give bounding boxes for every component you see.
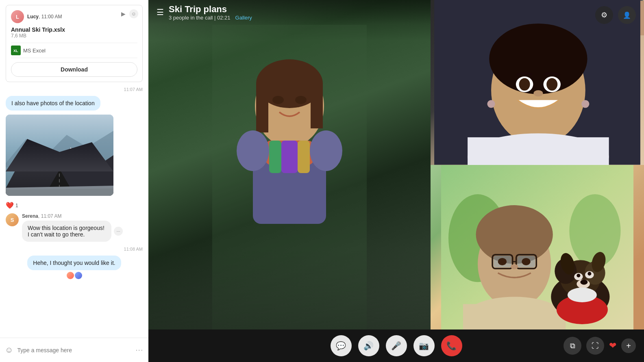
top-right-person: [431, 0, 644, 165]
play-button[interactable]: ▶: [119, 9, 128, 18]
message-options[interactable]: ···: [114, 227, 123, 236]
svg-point-71: [580, 280, 587, 285]
serena-message: S Serena, 11:07 AM Wow this location is …: [6, 213, 143, 242]
svg-point-39: [519, 78, 530, 91]
bottom-right-person: [431, 165, 644, 330]
call-title: Ski Trip plans: [169, 4, 252, 15]
svg-point-57: [498, 258, 507, 265]
message-timestamp: 11:07 AM: [6, 87, 143, 92]
screen-share-icon: ⧉: [570, 342, 575, 350]
location-image[interactable]: [6, 115, 113, 196]
add-person-icon: 👤: [623, 11, 631, 19]
svg-text:XL: XL: [13, 49, 18, 53]
serena-sender-info: Serena, 11:07 AM: [22, 213, 111, 219]
chat-panel: L Lucy, 11:00 AM ▶ ☺ Annual Ski Trip.xsl…: [0, 0, 148, 362]
main-video: ☰ Ski Trip plans 3 people in the call | …: [148, 0, 431, 329]
emoji-button[interactable]: ☺: [5, 345, 13, 355]
mountain-photo: [6, 115, 113, 196]
message-options-button[interactable]: ☺: [129, 9, 138, 18]
read-receipts: [67, 272, 82, 279]
video-panel: ☰ Ski Trip plans 3 people in the call | …: [148, 0, 644, 362]
svg-rect-16: [256, 84, 268, 132]
svg-point-58: [522, 258, 531, 265]
message-input[interactable]: [17, 347, 131, 353]
svg-rect-24: [298, 141, 310, 173]
add-button[interactable]: +: [621, 338, 636, 353]
bottom-right-controls: ⧉ ⛶ ❤ +: [564, 337, 636, 355]
svg-rect-17: [311, 84, 323, 128]
svg-point-75: [568, 287, 597, 302]
speaker-icon: 🔊: [363, 341, 374, 351]
file-type-row: XL MS Excel: [11, 43, 137, 58]
svg-point-42: [533, 90, 543, 96]
settings-button[interactable]: ⚙: [595, 6, 613, 24]
excel-icon: XL: [11, 46, 21, 55]
heart-reaction[interactable]: ❤️: [6, 202, 14, 209]
svg-point-26: [310, 130, 342, 171]
file-type-label: MS Excel: [23, 48, 46, 54]
fullscreen-button[interactable]: ⛶: [586, 337, 604, 355]
svg-point-51: [476, 205, 553, 264]
heart-reaction-button[interactable]: ❤: [609, 340, 616, 351]
chat-messages: L Lucy, 11:00 AM ▶ ☺ Annual Ski Trip.xsl…: [0, 0, 148, 338]
fullscreen-icon: ⛶: [592, 342, 599, 350]
hamburger-icon[interactable]: ☰: [157, 7, 164, 17]
screen-share-button[interactable]: ⧉: [564, 337, 581, 355]
speaker-button[interactable]: 🔊: [358, 335, 379, 356]
serena-avatar: S: [6, 213, 19, 226]
title-group: Ski Trip plans 3 people in the call | 02…: [169, 4, 252, 21]
video-controls: ⚙ 👤: [595, 6, 636, 24]
end-call-button[interactable]: 📞: [441, 335, 462, 356]
plus-icon: +: [626, 341, 631, 351]
call-subtitle: 3 people in the call | 02:21 Gallery: [169, 15, 252, 21]
serena-bubble: Wow this location is gorgeous! I can't w…: [22, 221, 111, 242]
chat-icon: 💬: [336, 341, 346, 351]
svg-marker-12: [6, 189, 113, 196]
chat-input-bar: ☺ ···: [0, 338, 148, 362]
sender-name-time: Lucy, 11:00 AM: [27, 14, 62, 20]
file-name: Annual Ski Trip.xslx: [11, 26, 137, 33]
svg-point-69: [577, 273, 580, 277]
bottom-right-video: [431, 165, 644, 330]
reaction-row[interactable]: ❤️ 1: [6, 202, 143, 209]
main-person-silhouette: [212, 25, 367, 329]
file-info: Annual Ski Trip.xslx 7,6 MB: [11, 26, 137, 39]
camera-button[interactable]: 📷: [413, 335, 435, 356]
receipt-avatar-2: [75, 272, 82, 279]
mic-icon: 🎤: [391, 341, 401, 351]
sender-avatar: L: [11, 10, 24, 23]
svg-point-44: [581, 100, 589, 108]
receipt-avatar-1: [67, 272, 74, 279]
svg-point-18: [272, 96, 284, 104]
video-top-bar: ☰ Ski Trip plans 3 people in the call | …: [148, 0, 431, 24]
file-details: Annual Ski Trip.xslx 7,6 MB: [11, 26, 137, 39]
svg-point-37: [489, 24, 587, 94]
more-options-button[interactable]: ···: [136, 347, 144, 354]
reply-bubble: Hehe, I thought you would like it.: [27, 256, 121, 270]
last-message-timestamp: 11:08 AM: [6, 247, 143, 251]
video-main-area: ☰ Ski Trip plans 3 people in the call | …: [148, 0, 644, 329]
svg-rect-61: [463, 304, 566, 329]
svg-point-19: [295, 96, 307, 104]
video-bottom-controls: 💬 🔊 🎤 📷 📞 ⧉ ⛶ ❤ +: [148, 329, 644, 362]
settings-icon: ⚙: [601, 11, 607, 20]
svg-point-43: [487, 100, 495, 108]
file-size: 7,6 MB: [11, 33, 137, 39]
gallery-link[interactable]: Gallery: [235, 15, 252, 21]
chat-bubble: I also have photos of the location: [6, 96, 100, 111]
svg-point-41: [546, 78, 557, 91]
download-button[interactable]: Download: [11, 62, 137, 77]
svg-point-59: [511, 264, 518, 269]
top-right-video: ⚙ 👤: [431, 0, 644, 165]
camera-icon: 📷: [419, 341, 429, 351]
chat-button[interactable]: 💬: [331, 335, 352, 356]
file-message: L Lucy, 11:00 AM ▶ ☺ Annual Ski Trip.xsl…: [6, 5, 143, 82]
video-right-grid: ⚙ 👤: [431, 0, 644, 329]
svg-rect-46: [468, 137, 609, 165]
svg-marker-5: [22, 143, 38, 159]
mic-button[interactable]: 🎤: [386, 335, 407, 356]
svg-rect-22: [269, 141, 281, 173]
svg-rect-23: [281, 141, 298, 173]
svg-point-70: [587, 272, 591, 275]
add-person-button[interactable]: 👤: [618, 6, 636, 24]
